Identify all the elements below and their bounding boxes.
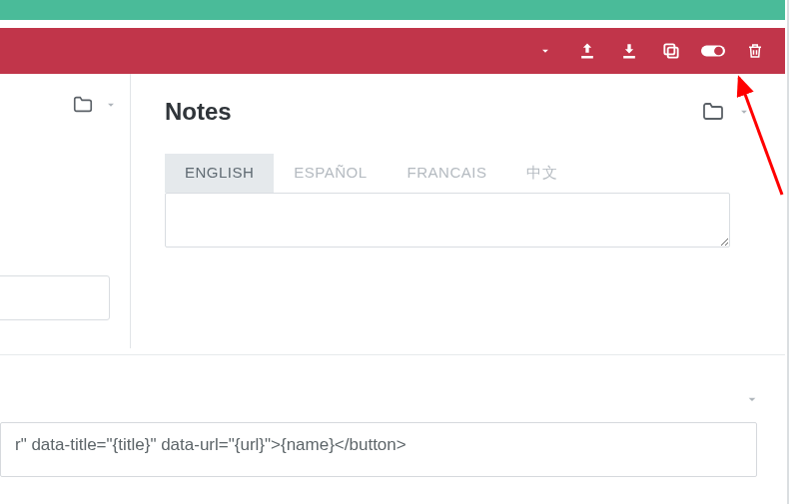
svg-rect-1 bbox=[664, 44, 674, 54]
chevron-down-icon[interactable] bbox=[737, 105, 751, 119]
toolbar-dropdown-icon[interactable] bbox=[533, 39, 557, 63]
section-divider bbox=[0, 354, 785, 355]
svg-rect-0 bbox=[668, 48, 678, 58]
upload-icon[interactable] bbox=[575, 39, 599, 63]
top-green-bar bbox=[0, 0, 785, 20]
tab-espanol[interactable]: ESPAÑOL bbox=[274, 154, 387, 193]
vertical-scrollbar[interactable] bbox=[787, 0, 812, 504]
language-tabs: ENGLISH ESPAÑOL FRANCAIS 中文 bbox=[165, 154, 751, 193]
folder-icon[interactable] bbox=[701, 100, 725, 124]
toggle-on-icon[interactable] bbox=[701, 39, 725, 63]
page-title: Notes bbox=[165, 98, 232, 126]
sidebar-panel bbox=[0, 74, 131, 348]
tab-francais[interactable]: FRANCAIS bbox=[388, 154, 507, 193]
folder-icon[interactable] bbox=[72, 94, 94, 116]
code-snippet-box[interactable]: r" data-title="{title}" data-url="{url}"… bbox=[0, 422, 757, 477]
trash-icon[interactable] bbox=[743, 39, 767, 63]
red-toolbar bbox=[0, 28, 785, 74]
svg-point-3 bbox=[714, 47, 723, 56]
copy-icon[interactable] bbox=[659, 39, 683, 63]
main-panel: Notes ENGLISH ESPAÑOL FRANCAIS 中文 bbox=[131, 74, 785, 261]
chevron-down-icon[interactable] bbox=[104, 98, 118, 112]
code-snippet-text: r" data-title="{title}" data-url="{url}"… bbox=[15, 435, 406, 454]
tab-chinese[interactable]: 中文 bbox=[506, 154, 577, 193]
chevron-down-icon[interactable] bbox=[744, 391, 760, 407]
tab-english[interactable]: ENGLISH bbox=[165, 154, 274, 193]
notes-textarea[interactable] bbox=[165, 193, 730, 248]
download-icon[interactable] bbox=[617, 39, 641, 63]
sidebar-input-box[interactable] bbox=[0, 275, 110, 320]
